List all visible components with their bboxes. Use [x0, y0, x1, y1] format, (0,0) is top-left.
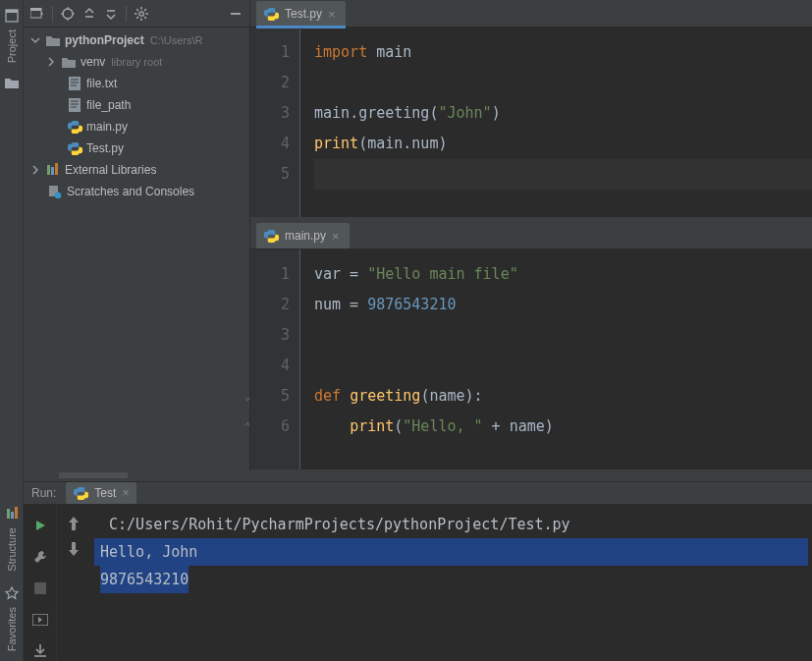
tree-label: Test.py	[86, 141, 124, 155]
svg-rect-3	[11, 512, 14, 519]
svg-rect-4	[15, 507, 18, 519]
horizontal-splitter[interactable]	[24, 469, 812, 481]
folder-tool-icon[interactable]	[4, 75, 20, 90]
editor-tabbar-top: Test.py ×	[250, 0, 812, 28]
code-lines[interactable]: import main main.greeting("John") print(…	[299, 28, 812, 217]
code-editor-bottom[interactable]: 1 2 3 4 ⌄5 ⌃6 var = "Hello main file" nu…	[250, 249, 812, 469]
wrench-icon[interactable]	[29, 546, 51, 568]
tree-label: pythonProject	[65, 33, 144, 47]
svg-rect-2	[7, 509, 10, 519]
toolbar-minimize-icon[interactable]	[226, 4, 245, 24]
python-file-icon	[74, 486, 88, 501]
close-icon[interactable]: ×	[328, 7, 336, 22]
project-tool-label[interactable]: Project	[6, 29, 18, 63]
toolbar-collapse-icon[interactable]	[101, 4, 121, 24]
tree-label: venv	[81, 55, 105, 69]
tab-test-py[interactable]: Test.py ×	[256, 1, 346, 27]
gutter: 1 2 3 4 5	[250, 28, 299, 217]
tree-root-project[interactable]: pythonProject C:\Users\R	[24, 29, 249, 51]
run-body: C:/Users/Rohit/PycharmProjects/pythonPro…	[24, 505, 812, 661]
favorites-tool-label[interactable]: Favorites	[6, 607, 18, 651]
tab-main-py[interactable]: main.py ×	[256, 223, 350, 248]
chevron-right-icon[interactable]	[29, 164, 41, 176]
svg-point-7	[63, 9, 73, 19]
left-tool-stripe: Project Structure Favorites	[0, 0, 24, 661]
svg-point-36	[55, 193, 62, 198]
editor-pane-top: Test.py × 1 2 3 4 5 import main main.gre…	[250, 0, 812, 218]
svg-rect-1	[6, 10, 18, 13]
fold-marker-icon[interactable]: ⌄	[244, 381, 251, 412]
layout-icon[interactable]	[29, 609, 51, 631]
tab-label: Test.py	[285, 7, 322, 21]
toolbar-target-icon[interactable]	[58, 4, 78, 24]
code-editor-top[interactable]: 1 2 3 4 5 import main main.greeting("Joh…	[250, 28, 812, 217]
stop-icon[interactable]	[29, 578, 51, 599]
tree-suffix: C:\Users\R	[150, 34, 203, 46]
run-tab-label: Test	[94, 486, 116, 500]
svg-point-14	[139, 11, 143, 15]
tree-file-txt[interactable]: file.txt	[24, 73, 249, 94]
python-file-icon	[264, 229, 279, 244]
export-icon[interactable]	[29, 640, 51, 661]
run-tool-window: Run: Test × C:/Users/Rohit/PycharmProjec…	[24, 481, 812, 661]
editor-area: Test.py × 1 2 3 4 5 import main main.gre…	[250, 0, 812, 469]
tree-external-libraries[interactable]: External Libraries	[24, 159, 249, 181]
run-header: Run: Test ×	[24, 482, 812, 505]
tree-label: Scratches and Consoles	[67, 185, 194, 198]
svg-line-22	[144, 9, 146, 11]
svg-rect-33	[51, 167, 54, 175]
run-action-bar	[24, 505, 57, 661]
tree-file-path[interactable]: file_path	[24, 94, 249, 116]
toolbar-view-mode-icon[interactable]	[27, 4, 47, 24]
editor-pane-bottom: main.py × 1 2 3 4 ⌄5 ⌃6 var = "Hello mai…	[250, 218, 812, 469]
console-output-line: 9876543210	[94, 566, 808, 593]
tree-scratches[interactable]: Scratches and Consoles	[24, 181, 249, 202]
svg-line-20	[144, 17, 146, 19]
scratches-icon	[47, 184, 63, 199]
tree-suffix: library root	[111, 56, 162, 68]
svg-rect-32	[47, 165, 50, 175]
tree-file-test[interactable]: Test.py	[24, 138, 249, 159]
rerun-icon[interactable]	[29, 515, 51, 536]
library-icon	[45, 162, 61, 178]
tab-label: main.py	[285, 229, 326, 243]
project-toolbar	[24, 0, 249, 28]
svg-rect-34	[55, 163, 58, 175]
tree-venv[interactable]: venv library root	[24, 51, 249, 73]
folder-icon	[45, 32, 61, 48]
run-console[interactable]: C:/Users/Rohit/PycharmProjects/pythonPro…	[90, 505, 812, 661]
run-nav-bar	[57, 505, 90, 661]
run-tab[interactable]: Test ×	[66, 482, 136, 504]
tree-label: External Libraries	[65, 163, 156, 177]
project-tool-icon[interactable]	[4, 8, 20, 24]
svg-rect-24	[69, 77, 81, 90]
console-cmdline: C:/Users/Rohit/PycharmProjects/pythonPro…	[94, 511, 808, 538]
gutter: 1 2 3 4 ⌄5 ⌃6	[250, 249, 299, 469]
python-file-icon	[264, 7, 279, 22]
svg-rect-6	[30, 8, 41, 11]
favorites-tool-icon[interactable]	[4, 585, 20, 601]
fold-end-icon[interactable]: ⌃	[244, 412, 251, 442]
code-lines[interactable]: var = "Hello main file" num = 9876543210…	[299, 249, 812, 469]
folder-icon	[61, 54, 77, 70]
project-tree[interactable]: pythonProject C:\Users\R venv library ro…	[24, 28, 249, 469]
python-file-icon	[67, 140, 82, 156]
editor-tabbar-bottom: main.py ×	[250, 222, 812, 249]
project-panel: pythonProject C:\Users\R venv library ro…	[24, 0, 250, 469]
toolbar-settings-icon[interactable]	[132, 4, 151, 24]
tree-label: file_path	[86, 98, 131, 112]
splitter-handle[interactable]	[59, 472, 128, 478]
up-arrow-icon[interactable]	[68, 517, 80, 530]
structure-tool-icon[interactable]	[4, 506, 20, 522]
toolbar-expand-icon[interactable]	[80, 4, 99, 24]
python-file-icon	[67, 119, 82, 135]
structure-tool-label[interactable]: Structure	[6, 527, 18, 572]
text-file-icon	[67, 76, 82, 91]
chevron-down-icon[interactable]	[29, 34, 41, 46]
chevron-right-icon[interactable]	[45, 56, 57, 68]
down-arrow-icon[interactable]	[68, 542, 80, 556]
close-icon[interactable]: ×	[332, 229, 340, 244]
tree-label: file.txt	[86, 77, 117, 90]
tree-file-main[interactable]: main.py	[24, 116, 249, 138]
close-icon[interactable]: ×	[122, 486, 129, 500]
